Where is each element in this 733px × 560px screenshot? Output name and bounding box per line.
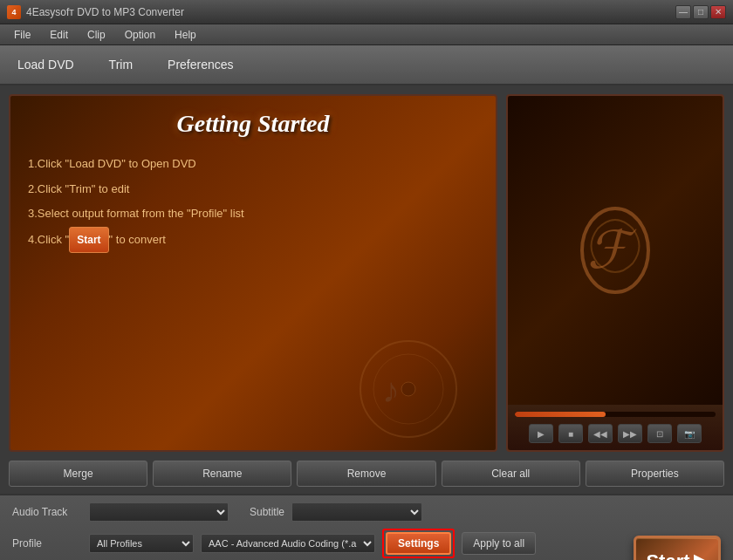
start-arrow: ▶ — [694, 550, 709, 560]
preview-controls: ▶ ■ ◀◀ ▶▶ ⊡ 📷 — [508, 405, 723, 450]
audio-track-select[interactable] — [89, 502, 229, 522]
profile-select[interactable]: All Profiles — [89, 534, 194, 553]
step-4-after: " to convert — [109, 233, 166, 246]
step-3: 3.Select output format from the "Profile… — [28, 201, 478, 227]
profile-row: Profile All Profiles AAC - Advanced Audi… — [12, 529, 721, 558]
step-4-before: 4.Click " — [28, 233, 69, 246]
start-label: Start — [646, 550, 689, 560]
title-bar: 4 4Easysofт DVD to MP3 Converter — □ ✕ — [0, 0, 733, 24]
start-button-container: Start ▶ — [634, 536, 721, 560]
menu-help[interactable]: Help — [166, 27, 205, 43]
svg-text:ℱ: ℱ — [587, 222, 637, 279]
camera-button[interactable]: 📷 — [677, 424, 702, 443]
toolbar: Load DVD Trim Preferences — [0, 45, 733, 85]
step-1: 1.Click "Load DVD" to Open DVD — [28, 152, 478, 177]
settings-button[interactable]: Settings — [386, 532, 451, 555]
screenshot-button[interactable]: ⊡ — [647, 424, 672, 443]
menu-edit[interactable]: Edit — [41, 27, 77, 43]
merge-button[interactable]: Merge — [9, 461, 147, 487]
profile-label: Profile — [12, 537, 82, 550]
toolbar-preferences[interactable]: Preferences — [168, 58, 233, 72]
rename-button[interactable]: Rename — [153, 461, 291, 487]
rewind-button[interactable]: ◀◀ — [588, 424, 613, 443]
close-button[interactable]: ✕ — [710, 5, 726, 19]
playback-controls: ▶ ■ ◀◀ ▶▶ ⊡ 📷 — [515, 424, 716, 443]
play-button[interactable]: ▶ — [529, 424, 553, 443]
step-start-inline: Start — [69, 227, 108, 253]
menu-bar: File Edit Clip Option Help — [0, 24, 733, 45]
properties-button[interactable]: Properties — [586, 461, 724, 487]
menu-file[interactable]: File — [5, 27, 39, 43]
app-icon: 4 — [7, 5, 21, 19]
progress-track — [515, 412, 716, 417]
main-area: Getting Started 1.Click "Load DVD" to Op… — [0, 85, 733, 461]
getting-started-steps: 1.Click "Load DVD" to Open DVD 2.Click "… — [28, 152, 478, 253]
getting-started-title: Getting Started — [28, 110, 478, 138]
clear-all-button[interactable]: Clear all — [442, 461, 580, 487]
apply-to-all-button[interactable]: Apply to all — [462, 532, 536, 555]
preview-logo-svg: ℱ — [572, 202, 659, 298]
action-buttons-row: Merge Rename Remove Clear all Properties — [0, 461, 733, 494]
bottom-controls: Audio Track Subtitle Profile All Profile… — [0, 494, 733, 560]
audio-subtitle-row: Audio Track Subtitle — [12, 502, 721, 522]
start-button[interactable]: Start ▶ — [634, 536, 721, 560]
subtitle-label: Subtitle — [250, 506, 284, 518]
subtitle-select[interactable] — [291, 502, 422, 522]
forward-button[interactable]: ▶▶ — [618, 424, 642, 443]
getting-started-panel: Getting Started 1.Click "Load DVD" to Op… — [9, 94, 497, 452]
cd-graphic: ♪ — [356, 337, 461, 441]
codec-select[interactable]: AAC - Advanced Audio Coding (*.aac) — [201, 534, 375, 553]
preview-panel: ℱ ▶ ■ ◀◀ ▶▶ ⊡ 📷 — [506, 94, 724, 452]
minimize-button[interactable]: — — [675, 5, 691, 19]
bottom-area: Audio Track Subtitle Profile All Profile… — [0, 494, 733, 560]
step-4: 4.Click "Start" to convert — [28, 227, 478, 253]
step-2: 2.Click "Trim" to edit — [28, 177, 478, 202]
maximize-button[interactable]: □ — [693, 5, 709, 19]
remove-button[interactable]: Remove — [297, 461, 435, 487]
preview-screen: ℱ — [508, 96, 723, 405]
svg-text:♪: ♪ — [382, 371, 400, 410]
app-title: 4Easysofт DVD to MP3 Converter — [26, 6, 184, 18]
stop-button[interactable]: ■ — [558, 424, 583, 443]
toolbar-load-dvd[interactable]: Load DVD — [17, 58, 74, 72]
settings-highlight: Settings — [382, 529, 455, 558]
toolbar-trim[interactable]: Trim — [109, 58, 133, 72]
progress-fill — [515, 412, 606, 417]
menu-clip[interactable]: Clip — [79, 27, 114, 43]
menu-option[interactable]: Option — [116, 27, 164, 43]
window-controls: — □ ✕ — [675, 5, 726, 19]
audio-track-label: Audio Track — [12, 506, 82, 518]
svg-point-2 — [401, 382, 415, 396]
